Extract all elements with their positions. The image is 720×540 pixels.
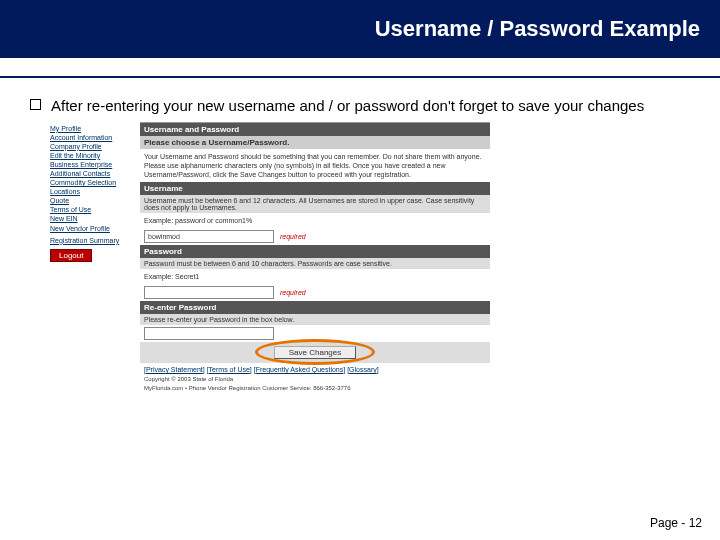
password-rule: Password must be between 6 and 10 charac… (140, 258, 490, 269)
logout-button[interactable]: Logout (50, 249, 92, 262)
required-label: required (280, 233, 306, 240)
reenter-rule: Please re-enter your Password in the box… (140, 314, 490, 325)
footer-link[interactable]: Terms of Use (209, 366, 250, 373)
bullet-item: After re-entering your new username and … (30, 96, 690, 116)
password-input[interactable] (144, 286, 274, 299)
footer-link[interactable]: Frequently Asked Questions (256, 366, 344, 373)
nav-item: New Vendor Profile (50, 224, 140, 233)
page-number: Page - 12 (650, 516, 702, 530)
copyright: Copyright © 2003 State of Florida (140, 376, 490, 385)
choose-heading: Please choose a Username/Password. (140, 136, 490, 149)
nav-item: Commodity Selection (50, 178, 140, 187)
embedded-screenshot: My Profile Account Information Company P… (50, 122, 490, 394)
nav-item: Locations (50, 187, 140, 196)
username-rule: Username must be between 6 and 12 charac… (140, 195, 490, 213)
footer-links: [Privacy Statement] [Terms of Use] [Freq… (140, 363, 490, 376)
panel-header: Username and Password (140, 123, 490, 136)
bullet-text: After re-entering your new username and … (51, 96, 644, 116)
content-area: After re-entering your new username and … (0, 78, 720, 394)
nav-item: Quote (50, 196, 140, 205)
required-label: required (280, 289, 306, 296)
button-row: Save Changes (140, 342, 490, 363)
nav-item: My Profile (50, 124, 140, 133)
title-bar: Username / Password Example (0, 0, 720, 58)
username-example: Example: password or common1% (140, 213, 490, 228)
save-changes-button[interactable]: Save Changes (274, 346, 356, 359)
nav-item: Terms of Use (50, 205, 140, 214)
nav-item: Account Information (50, 133, 140, 142)
bullet-icon (30, 99, 41, 110)
slide-title: Username / Password Example (375, 16, 700, 42)
service-line: MyFlorida.com • Phone Vendor Registratio… (140, 385, 490, 394)
nav-item: Additional Contacts (50, 169, 140, 178)
sidebar-nav: My Profile Account Information Company P… (50, 122, 140, 394)
nav-item: Company Profile (50, 142, 140, 151)
nav-item: Edit the Minority (50, 151, 140, 160)
intro-text: Your Username and Password should be som… (140, 149, 490, 182)
nav-item: Business Enterprise (50, 160, 140, 169)
username-header: Username (140, 182, 490, 195)
footer-link[interactable]: Privacy Statement (146, 366, 203, 373)
main-panel: Username and Password Please choose a Us… (140, 122, 490, 394)
reenter-password-input[interactable] (144, 327, 274, 340)
username-input[interactable]: bowinmod (144, 230, 274, 243)
password-header: Password (140, 245, 490, 258)
nav-summary: Registration Summary (50, 236, 140, 245)
nav-item: New EIN (50, 214, 140, 223)
footer-link[interactable]: Glossary (349, 366, 377, 373)
reenter-header: Re-enter Password (140, 301, 490, 314)
password-example: Example: Secret1 (140, 269, 490, 284)
